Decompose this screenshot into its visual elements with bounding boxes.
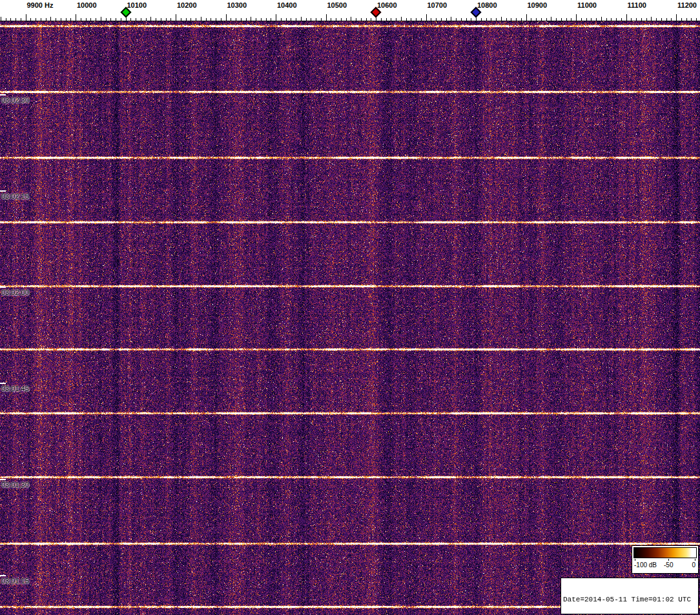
ruler-tick	[666, 18, 667, 21]
ruler-tick	[41, 18, 41, 21]
time-tick	[0, 287, 6, 288]
ruler-tick	[261, 18, 262, 21]
time-tick	[0, 383, 6, 384]
ruler-tick	[531, 18, 531, 21]
ruler-tick	[326, 14, 327, 21]
ruler-tick	[336, 18, 336, 21]
ruler-tick	[441, 18, 442, 21]
ruler-tick	[21, 18, 21, 21]
ruler-tick	[596, 18, 597, 21]
ruler-tick	[196, 18, 196, 21]
ruler-tick	[641, 18, 642, 21]
ruler-tick	[211, 18, 211, 21]
ruler-tick	[150, 17, 151, 21]
colorbar-label-max: 0	[692, 561, 695, 569]
freq-tick-label: 11000	[577, 1, 597, 9]
ruler-tick	[491, 18, 491, 21]
ruler-tick	[361, 18, 362, 21]
ruler-tick	[481, 18, 482, 21]
freq-tick-label: 10900	[528, 1, 548, 9]
ruler-tick	[296, 18, 296, 21]
ruler-tick	[311, 18, 311, 21]
freq-tick-label: 10500	[327, 1, 347, 9]
ruler-tick	[446, 18, 447, 21]
ruler-tick	[571, 18, 571, 21]
ruler-tick	[201, 17, 201, 21]
ruler-tick	[611, 18, 612, 21]
ruler-tick	[386, 18, 387, 21]
ruler-tick	[456, 18, 457, 21]
time-label: 03:01:30	[1, 481, 29, 489]
info-line-date: Date=2014-05-11 Time=01:02 UTC	[563, 596, 696, 604]
ruler-tick	[331, 18, 331, 21]
ruler-tick	[301, 17, 302, 21]
freq-tick-label: 11200	[677, 1, 697, 9]
ruler-tick	[266, 18, 267, 21]
freq-tick-label: 10400	[277, 1, 297, 9]
ruler-tick	[391, 18, 391, 21]
colorbar-label-min: -100 dB	[634, 561, 657, 569]
ruler-tick	[286, 18, 287, 21]
colorbar: -100 dB -50 0	[632, 545, 699, 574]
frequency-ruler[interactable]: 9900 Hz100001010010200103001040010500106…	[0, 0, 700, 21]
ruler-tick	[436, 18, 437, 21]
freq-tick-label: 10700	[427, 1, 448, 9]
ruler-tick	[461, 18, 462, 21]
ruler-tick	[170, 18, 171, 21]
waterfall-canvas[interactable]	[0, 21, 700, 615]
freq-tick-label: 10100	[127, 1, 147, 9]
ruler-tick	[411, 18, 411, 21]
colorbar-gradient[interactable]	[633, 547, 697, 558]
ruler-tick	[536, 18, 537, 21]
ruler-tick	[186, 18, 187, 21]
ruler-tick	[221, 18, 221, 21]
ruler-tick	[686, 18, 687, 21]
ruler-tick	[541, 18, 542, 21]
time-label: 03:02:30	[1, 96, 29, 104]
ruler-tick	[606, 18, 607, 21]
ruler-tick	[70, 18, 71, 21]
ruler-tick	[316, 18, 316, 21]
ruler-tick	[291, 18, 291, 21]
ruler-tick	[10, 18, 11, 21]
ruler-tick	[406, 18, 407, 21]
time-label: 03:02:15	[1, 192, 29, 200]
freq-tick-label: 10800	[477, 1, 497, 9]
time-label: 03:02:00	[1, 288, 29, 296]
ruler-tick	[101, 17, 101, 21]
freq-tick-label: 10000	[77, 1, 97, 9]
ruler-tick	[46, 18, 46, 21]
freq-tick-label: 10600	[377, 1, 397, 9]
ruler-tick	[241, 18, 242, 21]
ruler-tick	[651, 17, 652, 21]
ruler-tick	[356, 18, 356, 21]
ruler-tick	[566, 18, 567, 21]
ruler-tick	[61, 18, 61, 21]
ruler-tick	[166, 18, 167, 21]
ruler-tick	[236, 18, 236, 21]
ruler-tick	[401, 17, 402, 21]
time-tick	[0, 479, 6, 480]
ruler-tick	[371, 18, 371, 21]
ruler-tick	[36, 18, 36, 21]
ruler-tick	[681, 18, 682, 21]
ruler-tick	[15, 18, 16, 21]
ruler-tick	[121, 18, 121, 21]
ruler-tick	[156, 18, 156, 21]
ruler-tick	[426, 14, 427, 21]
spectrogram-screen: 9900 Hz100001010010200103001040010500106…	[0, 0, 700, 615]
colorbar-label-mid: -50	[664, 561, 673, 569]
ruler-tick	[141, 18, 141, 21]
ruler-tick	[346, 18, 347, 21]
ruler-tick	[96, 18, 96, 21]
colorbar-tick	[695, 559, 695, 561]
ruler-tick	[691, 18, 692, 21]
ruler-tick	[466, 18, 467, 21]
ruler-tick	[506, 18, 507, 21]
freq-tick-label: 9900 Hz	[27, 1, 54, 9]
ruler-tick	[471, 18, 471, 21]
ruler-tick	[321, 18, 322, 21]
freq-tick-label: 10300	[227, 1, 247, 9]
ruler-tick	[631, 18, 632, 21]
ruler-tick	[231, 18, 231, 21]
